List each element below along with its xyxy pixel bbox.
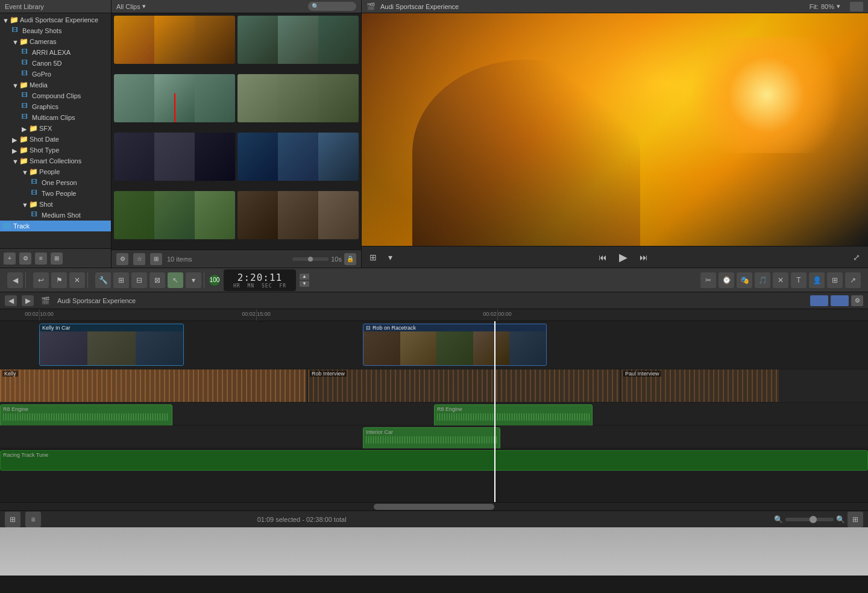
transitions-button[interactable]: 👤 <box>809 272 825 288</box>
sidebar-item-track[interactable]: Track <box>0 221 111 231</box>
sidebar-item-media[interactable]: ▼ 📁 Media <box>0 80 111 90</box>
clip-thumbnail[interactable] <box>114 133 235 181</box>
chevron-down-icon: ▼ <box>12 158 18 164</box>
effects-button[interactable]: 🎭 <box>737 272 752 288</box>
select-dropdown[interactable]: ▾ <box>186 272 201 288</box>
timeline-header-bar: ◀ ▶ 🎬 Audi Sportscar Experience ⚙ <box>0 292 868 309</box>
sidebar-item-sfx[interactable]: ▶ 📁 SFX <box>0 123 111 134</box>
music-racing-track[interactable]: Racing Track Tune <box>0 450 868 471</box>
zoom-slider[interactable] <box>785 518 834 521</box>
add-button[interactable]: + <box>4 253 16 265</box>
sidebar-item-medium-shot[interactable]: 🎞 Medium Shot <box>0 210 111 221</box>
clip-thumbnail[interactable] <box>237 16 359 64</box>
select-button[interactable]: ↖ <box>168 272 183 288</box>
timeline-zoom-out[interactable] <box>831 295 849 306</box>
clip-thumbnail[interactable] <box>237 191 359 239</box>
audio-button[interactable]: 🎵 <box>755 272 770 288</box>
fullscreen-toggle[interactable]: ⤢ <box>850 251 863 264</box>
audio-interior-car[interactable]: Interior Car <box>363 427 500 450</box>
back-button[interactable]: ◀ <box>7 272 23 288</box>
enhance-button[interactable]: 🔧 <box>95 272 111 288</box>
filter-button[interactable]: ☆ <box>133 253 145 265</box>
timecode-down[interactable]: ▼ <box>300 281 309 287</box>
speed-button[interactable]: ⌚ <box>719 272 734 288</box>
list-view-button[interactable]: ≡ <box>35 253 47 265</box>
transform-button[interactable]: ⊞ <box>113 272 129 288</box>
flag-button[interactable]: ⚑ <box>51 272 67 288</box>
thumb <box>400 331 437 365</box>
chevron-right-icon: ▶ <box>12 147 18 153</box>
more-button[interactable]: ⊞ <box>827 272 843 288</box>
play-button[interactable]: ▶ <box>617 251 630 264</box>
bottom-gradient <box>0 527 868 576</box>
sidebar-item-cameras[interactable]: ▼ 📁 Cameras <box>0 36 111 47</box>
grid-view-button[interactable]: ⊞ <box>51 253 63 265</box>
zoom-handle[interactable] <box>810 516 817 523</box>
sidebar-item-beauty-shots[interactable]: 🎞 Beauty Shots <box>0 25 111 36</box>
clip-thumbnail[interactable] <box>114 74 235 122</box>
scroll-thumb[interactable] <box>374 504 494 510</box>
sidebar-item-people[interactable]: ▼ 📁 People <box>0 166 111 177</box>
timeline-list-button[interactable]: ≡ <box>25 512 41 527</box>
timecode-up[interactable]: ▲ <box>300 274 309 280</box>
settings-button[interactable]: ⚙ <box>19 253 31 265</box>
audio-track-1: R8 Engine R8 Engine <box>0 403 868 425</box>
lock-button[interactable]: 🔒 <box>344 253 356 265</box>
clip-kelly-in-car[interactable]: Kelly In Car <box>39 324 184 366</box>
clips-header: All Clips ▾ 🔍 <box>112 0 361 13</box>
view-toggle[interactable]: ⊞ <box>150 253 162 265</box>
delete-button[interactable]: ✕ <box>773 272 788 288</box>
zoom-out-icon[interactable]: 🔍 <box>774 515 783 524</box>
zoom-in-icon[interactable]: 🔍 <box>836 515 845 524</box>
forward-nav-button[interactable]: ▶ <box>22 295 34 306</box>
sidebar-item-two-people[interactable]: 🎞 Two People <box>0 188 111 199</box>
sidebar-item-graphics[interactable]: 🎞 Graphics <box>0 101 111 112</box>
sidebar-item-gopro[interactable]: 🎞 GoPro <box>0 69 111 80</box>
search-input[interactable]: 🔍 <box>308 2 356 11</box>
view-dropdown-button[interactable]: ▾ <box>383 251 397 264</box>
reject-button[interactable]: ✕ <box>69 272 85 288</box>
clip-thumbnail[interactable] <box>114 191 235 239</box>
color-button[interactable]: ⊟ <box>131 272 147 288</box>
timeline-scroll[interactable] <box>0 502 868 510</box>
crop-button[interactable]: ⊠ <box>149 272 165 288</box>
go-to-start-button[interactable]: ⏮ <box>596 251 609 264</box>
sidebar-item-compound[interactable]: 🎞 Compound Clips <box>0 90 111 101</box>
clip-rob-on-racetrack[interactable]: ⊟Rob on Racetrack <box>363 324 547 366</box>
all-clips-dropdown[interactable]: All Clips ▾ <box>116 2 146 10</box>
title-button[interactable]: T <box>791 272 807 288</box>
sidebar-item-smart-collections[interactable]: ▼ 📁 Smart Collections <box>0 155 111 166</box>
audio-r8-engine-2[interactable]: R8 Engine <box>434 404 593 427</box>
audio-label: Interior Car <box>363 428 500 436</box>
sidebar-item-arri[interactable]: 🎞 ARRI ALEXA <box>0 47 111 58</box>
sidebar-item-one-person[interactable]: 🎞 One Person <box>0 177 111 188</box>
preview-fit-control[interactable]: Fit: 80% ▾ <box>810 2 840 10</box>
timeline-zoom-in[interactable] <box>810 295 828 306</box>
timeline-content: Kelly In Car ⊟Rob on Racetrack <box>0 321 868 502</box>
fullscreen-button[interactable] <box>850 2 863 11</box>
tree-item-project[interactable]: ▼ 📁 Audi Sportscar Experience <box>0 14 111 25</box>
item-label: Shot <box>39 201 53 208</box>
audio-r8-engine-1[interactable]: R8 Engine <box>0 404 172 427</box>
share-button[interactable]: ↗ <box>845 272 861 288</box>
undo-button[interactable]: ↩ <box>33 272 49 288</box>
timeline-view-button[interactable]: ⊞ <box>5 512 20 527</box>
go-to-end-button[interactable]: ⏭ <box>637 251 650 264</box>
sidebar-item-canon[interactable]: 🎞 Canon 5D <box>0 58 111 69</box>
clip-thumbnail[interactable] <box>237 133 359 181</box>
zoom-fit-button[interactable]: ⊞ <box>848 512 863 527</box>
sidebar-item-shot[interactable]: ▼ 📁 Shot <box>0 199 111 210</box>
sidebar-item-shot-date[interactable]: ▶ 📁 Shot Date <box>0 134 111 145</box>
item-label: ARRI ALEXA <box>32 49 71 56</box>
view-mode-button[interactable]: ⊞ <box>366 251 380 264</box>
chevron-down-icon: ▼ <box>12 39 18 45</box>
timeline-settings[interactable]: ⚙ <box>851 295 863 306</box>
duration-slider[interactable] <box>292 257 329 261</box>
sidebar-item-shot-type[interactable]: ▶ 📁 Shot Type <box>0 145 111 155</box>
clip-thumbnail[interactable] <box>114 16 235 64</box>
import-button[interactable]: ⚙ <box>116 253 128 265</box>
blade-button[interactable]: ✂ <box>700 272 716 288</box>
back-nav-button[interactable]: ◀ <box>5 295 17 306</box>
clip-thumbnail[interactable] <box>237 74 359 122</box>
sidebar-item-multicam[interactable]: 🎞 Multicam Clips <box>0 112 111 123</box>
